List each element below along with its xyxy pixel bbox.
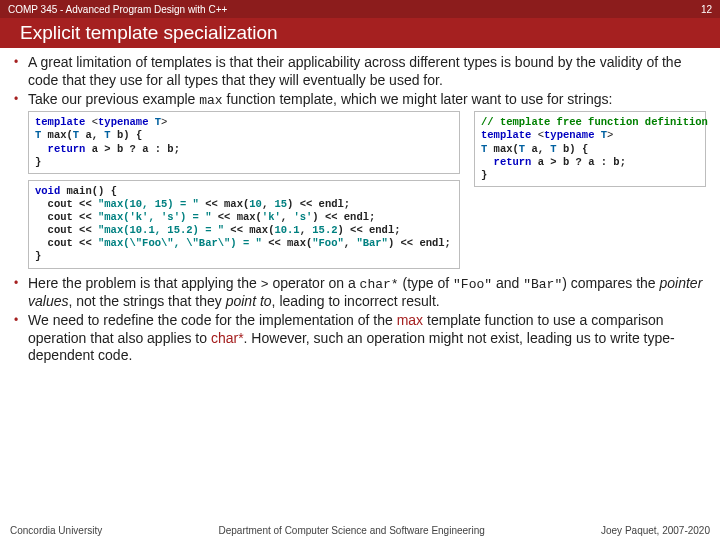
bullet-2-text: Take our previous example max function t… — [28, 91, 706, 109]
code-template-def: template <typename T> T max(T a, T b) { … — [28, 111, 460, 174]
bullet-4-text: We need to redefine the code for the imp… — [28, 312, 706, 365]
inline-red-max: max — [397, 312, 423, 328]
bullet-3: • Here the problem is that applying the … — [14, 275, 706, 311]
bullet-4: • We need to redefine the code for the i… — [14, 312, 706, 365]
bullet-icon: • — [14, 91, 28, 109]
inline-red-char: char* — [211, 330, 244, 346]
bullet-icon: • — [14, 54, 28, 89]
slide-content: • A great limitation of templates is tha… — [0, 48, 720, 365]
bullet-1: • A great limitation of templates is tha… — [14, 54, 706, 89]
bullet-1-text: A great limitation of templates is that … — [28, 54, 706, 89]
code-row: template <typename T> T max(T a, T b) { … — [14, 111, 706, 268]
inline-foo: "Foo" — [453, 277, 492, 292]
inline-operator: > — [261, 277, 269, 292]
inline-char-type: char* — [360, 277, 399, 292]
page-number: 12 — [701, 4, 712, 15]
bullet-icon: • — [14, 312, 28, 365]
topbar: COMP 345 - Advanced Program Design with … — [0, 0, 720, 18]
bullet-icon: • — [14, 275, 28, 311]
bullet-3-text: Here the problem is that applying the > … — [28, 275, 706, 311]
footer-left: Concordia University — [10, 525, 102, 536]
inline-code-max: max — [199, 93, 222, 108]
italic-point-to: point to — [226, 293, 272, 309]
footer: Concordia University Department of Compu… — [0, 521, 720, 540]
footer-center: Department of Computer Science and Softw… — [219, 525, 485, 536]
code-main: void main() { cout << "max(10, 15) = " <… — [28, 180, 460, 269]
slide-title: Explicit template specialization — [0, 18, 720, 48]
bullet-2: • Take our previous example max function… — [14, 91, 706, 109]
footer-right: Joey Paquet, 2007-2020 — [601, 525, 710, 536]
inline-bar: "Bar" — [523, 277, 562, 292]
course-label: COMP 345 - Advanced Program Design with … — [8, 4, 227, 15]
code-free-function: // template free function definition tem… — [474, 111, 706, 187]
